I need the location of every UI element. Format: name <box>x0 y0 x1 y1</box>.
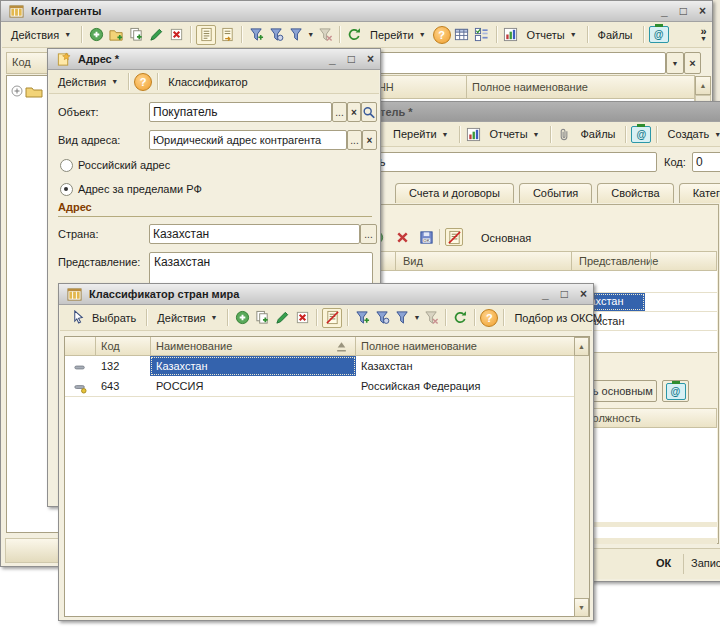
chevron-down-icon[interactable]: ▼ <box>700 35 707 43</box>
files-button[interactable]: Файлы <box>576 126 621 142</box>
radio-russian-address[interactable] <box>60 159 73 172</box>
tab-accounts[interactable]: Счета и договоры <box>395 183 514 203</box>
cell-full-name[interactable]: Казахстан <box>361 360 413 372</box>
filter-by-value-icon[interactable] <box>393 309 411 327</box>
reports-button[interactable]: Отчеты▼ <box>522 27 582 43</box>
edit-icon[interactable] <box>273 309 291 327</box>
radio-foreign-label[interactable]: Адрес за пределами РФ <box>78 183 202 195</box>
table-row[interactable]: 643 РОССИЯ Российская Федерация <box>65 376 574 396</box>
close-icon[interactable]: × <box>367 52 374 66</box>
save-button[interactable]: Записать <box>691 557 720 569</box>
help-icon[interactable]: ? <box>433 26 451 44</box>
show-deleted-icon[interactable] <box>322 308 342 328</box>
combo-dropdown-button[interactable]: ▼ <box>666 52 684 74</box>
delete-icon[interactable] <box>293 309 311 327</box>
open-item-icon[interactable] <box>218 26 236 44</box>
filter-by-value-icon[interactable] <box>287 26 305 44</box>
country-select-button[interactable]: ... <box>360 224 377 244</box>
create-button[interactable]: Создать▼ <box>662 126 720 142</box>
goto-button[interactable]: Перейти▼ <box>365 27 431 43</box>
cell-code[interactable]: 132 <box>101 360 119 372</box>
minimize-icon[interactable]: _ <box>661 4 668 18</box>
ok-button[interactable]: ОК <box>656 557 671 569</box>
mail-at-icon[interactable]: @ <box>649 26 669 43</box>
combo-clear-button[interactable]: × <box>684 52 701 74</box>
cell-full-name[interactable]: Российская Федерация <box>361 380 480 392</box>
files-button[interactable]: Файлы <box>593 27 638 43</box>
reports-button[interactable]: Отчеты▼ <box>485 126 545 142</box>
add-icon[interactable] <box>87 26 105 44</box>
hierarchy-toggle-icon[interactable] <box>196 25 216 45</box>
country-field[interactable] <box>149 224 360 244</box>
column-full-name[interactable]: Полное наименование <box>472 81 588 93</box>
delete-contact-icon[interactable] <box>393 228 411 246</box>
list-scroll-up[interactable]: ▲ <box>695 76 711 95</box>
tab-categories[interactable]: Категории <box>679 183 720 203</box>
column-setup-icon[interactable] <box>473 26 491 44</box>
refresh-icon[interactable] <box>345 26 363 44</box>
filter-set-icon[interactable] <box>247 26 265 44</box>
minimize-icon[interactable]: _ <box>329 52 336 66</box>
actions-button[interactable]: Действия▼ <box>6 27 76 43</box>
maximize-icon[interactable]: □ <box>680 4 687 18</box>
cell-name-selected[interactable]: Казахстан <box>150 356 356 376</box>
chevron-down-icon[interactable]: ▼ <box>413 314 420 321</box>
filter-settings-icon[interactable] <box>267 26 285 44</box>
save-contact-icon[interactable]: ОК <box>417 228 435 246</box>
copy-icon[interactable] <box>127 26 145 44</box>
table-scrollbar-track[interactable] <box>574 356 589 598</box>
classifier-button[interactable]: Классификатор <box>163 74 252 90</box>
add-icon[interactable] <box>233 309 251 327</box>
object-open-button[interactable] <box>361 102 377 122</box>
cell-code[interactable]: 643 <box>101 380 119 392</box>
delete-icon[interactable] <box>167 26 185 44</box>
help-icon[interactable]: ? <box>480 309 498 327</box>
edit-icon[interactable] <box>147 26 165 44</box>
countries-table-header[interactable]: Код Наименование Полное наименование <box>65 337 574 356</box>
column-kind[interactable]: Вид <box>403 255 423 267</box>
object-field[interactable] <box>149 102 332 122</box>
classifier-titlebar[interactable]: Классификатор стран мира _ □ × <box>59 284 593 305</box>
pick-from-oksm-button[interactable]: Подбор из ОКСМ <box>509 310 607 326</box>
radio-russian-label[interactable]: Российский адрес <box>78 159 170 171</box>
object-clear-button[interactable]: × <box>347 102 361 122</box>
toolbar-overflow-icon[interactable]: » <box>700 27 706 35</box>
actions-button[interactable]: Действия▼ <box>53 74 123 90</box>
close-icon[interactable]: × <box>699 4 706 18</box>
kind-select-button[interactable]: ... <box>347 130 362 150</box>
help-icon[interactable]: ? <box>134 73 152 91</box>
tab-properties[interactable]: Свойства <box>597 183 673 203</box>
mail-at-icon[interactable]: @ <box>631 126 651 143</box>
select-button[interactable]: Выбрать <box>64 307 141 329</box>
table-scroll-up[interactable]: ▲ <box>574 337 589 356</box>
object-select-button[interactable]: ... <box>332 102 347 122</box>
table-scroll-down[interactable]: ▼ <box>574 598 589 617</box>
radio-foreign-address[interactable] <box>60 183 73 196</box>
address-titlebar[interactable]: Адрес * _ □ × <box>48 49 380 70</box>
kind-clear-button[interactable]: × <box>362 130 377 150</box>
maximize-icon[interactable]: □ <box>561 287 568 301</box>
filter-settings-icon[interactable] <box>373 309 391 327</box>
goto-button[interactable]: Перейти▼ <box>388 126 454 142</box>
maximize-icon[interactable]: □ <box>348 52 355 66</box>
close-icon[interactable]: × <box>580 287 587 301</box>
actions-button[interactable]: Действия▼ <box>152 310 222 326</box>
minimize-icon[interactable]: _ <box>542 287 549 301</box>
column-presentation[interactable]: Представление <box>579 255 658 267</box>
chevron-down-icon[interactable]: ▼ <box>307 31 314 38</box>
filter-set-icon[interactable] <box>353 309 371 327</box>
counterparties-titlebar[interactable]: Контрагенты _ □ × <box>1 1 712 22</box>
toggle-inactive-icon[interactable] <box>445 228 463 246</box>
code-field[interactable] <box>692 152 720 172</box>
list-settings-icon[interactable] <box>453 26 471 44</box>
column-name[interactable]: Наименование <box>156 340 232 352</box>
table-row[interactable]: 132 Казахстан Казахстан <box>65 356 574 376</box>
add-group-icon[interactable] <box>107 26 125 44</box>
cell-name[interactable]: РОССИЯ <box>156 380 203 392</box>
refresh-icon[interactable] <box>451 309 469 327</box>
mail-at-button[interactable]: @ <box>662 380 689 402</box>
address-kind-field[interactable] <box>149 130 347 150</box>
column-code[interactable]: Код <box>101 340 120 352</box>
copy-icon[interactable] <box>253 309 271 327</box>
column-full-name[interactable]: Полное наименование <box>361 340 477 352</box>
